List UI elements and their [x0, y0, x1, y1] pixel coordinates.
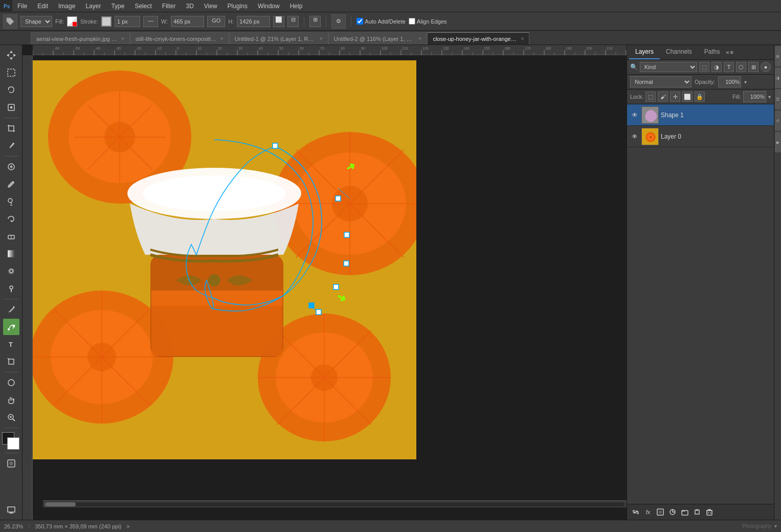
align-edges-checkbox[interactable]: Align Edges: [409, 18, 447, 25]
properties-panel-btn[interactable]: ⊞: [775, 46, 781, 66]
path-arrangement-btn[interactable]: ⊞: [309, 16, 321, 27]
filter-shape-btn[interactable]: ⬡: [736, 62, 746, 72]
lock-all-btn[interactable]: 🔒: [695, 92, 705, 102]
tab-3[interactable]: Untitled-2 @ 116% (Layer 1, RGB/8... ×: [328, 32, 428, 45]
tab-4[interactable]: close-up-honey-jar-with-orange-slices.jp…: [427, 32, 529, 45]
menu-select[interactable]: Select: [129, 2, 157, 11]
menu-view[interactable]: View: [199, 2, 222, 11]
filter-type-select[interactable]: Kind Name Effect Mode Attribute Color Sm…: [640, 62, 697, 72]
path-align-btn[interactable]: ⊟: [287, 16, 299, 27]
layer-item-shape1[interactable]: 👁 Shape 1: [627, 104, 774, 126]
libraries-panel-btn[interactable]: ☰: [775, 89, 781, 109]
filter-type-btn[interactable]: T: [724, 62, 734, 72]
paths-tab[interactable]: Paths: [698, 45, 726, 59]
actions-panel-btn[interactable]: ▶: [775, 132, 781, 152]
shape-mode-select[interactable]: Shape Path Pixels: [20, 16, 52, 27]
screen-mode-btn[interactable]: [3, 501, 19, 518]
quick-mask-tool[interactable]: [3, 455, 19, 472]
tab-close-4[interactable]: ×: [521, 36, 524, 41]
lock-position-btn[interactable]: ✛: [670, 92, 680, 102]
auto-add-delete-checkbox[interactable]: Auto Add/Delete: [356, 18, 406, 25]
delete-layer-btn[interactable]: [704, 506, 715, 518]
brush-tool[interactable]: [3, 176, 19, 192]
hand-tool[interactable]: [3, 392, 19, 408]
blur-tool[interactable]: [3, 263, 19, 279]
shape-tool[interactable]: [3, 374, 19, 391]
h-input[interactable]: [237, 16, 270, 27]
stroke-color-box[interactable]: [101, 16, 111, 27]
workspace-chevron[interactable]: ▾: [774, 523, 777, 529]
gradient-tool[interactable]: [3, 246, 19, 262]
menu-type[interactable]: Type: [106, 2, 129, 11]
select-tools[interactable]: [3, 64, 19, 81]
opacity-input[interactable]: [718, 76, 741, 87]
w-input[interactable]: [171, 16, 204, 27]
filter-pixel-btn[interactable]: ⬚: [699, 62, 709, 72]
layer-eye-layer0[interactable]: 👁: [630, 132, 639, 141]
h-scrollbar[interactable]: [43, 500, 627, 507]
object-select-tool[interactable]: [3, 99, 19, 116]
move-tool[interactable]: [3, 47, 19, 63]
type-tool[interactable]: T: [3, 336, 19, 352]
tab-close-1[interactable]: ×: [220, 36, 224, 41]
layers-collapse-btn[interactable]: « ≡: [726, 49, 735, 55]
tab-close-0[interactable]: ×: [121, 36, 124, 41]
h-scroll-thumb[interactable]: [45, 502, 76, 506]
menu-edit[interactable]: Edit: [32, 2, 53, 11]
menu-filter[interactable]: Filter: [157, 2, 181, 11]
crop-tool[interactable]: [3, 120, 19, 137]
fill-chevron[interactable]: ▾: [768, 94, 771, 100]
stroke-options-btn[interactable]: —: [143, 16, 158, 27]
new-layer-btn[interactable]: [691, 506, 703, 518]
link-dimensions-btn[interactable]: GO: [207, 16, 225, 27]
canvas-area[interactable]: // Ruler ticks will be drawn via CSS bac…: [23, 45, 627, 520]
h-scroll-track[interactable]: [45, 502, 624, 506]
adjustments-panel-btn[interactable]: ◑: [775, 68, 781, 88]
tool-preset-picker[interactable]: [3, 14, 17, 29]
menu-3d[interactable]: 3D: [181, 2, 198, 11]
menu-plugins[interactable]: Plugins: [222, 2, 253, 11]
canvas-content[interactable]: ➜ ➜: [33, 55, 627, 507]
new-group-btn[interactable]: [679, 506, 690, 518]
tab-2[interactable]: Untitled-1 @ 21% (Layer 1, RGB/... ×: [229, 32, 328, 45]
menu-file[interactable]: File: [12, 2, 32, 11]
add-style-btn[interactable]: fx: [642, 506, 654, 518]
filter-toggle-btn[interactable]: ●: [761, 62, 771, 72]
channels-tab[interactable]: Channels: [660, 45, 698, 59]
clone-tool[interactable]: [3, 193, 19, 210]
zoom-tool[interactable]: [3, 409, 19, 426]
blend-mode-select[interactable]: Normal Dissolve Multiply Screen Overlay: [630, 76, 691, 87]
pen-freeform-tool[interactable]: [3, 319, 19, 335]
fill-input[interactable]: [743, 91, 766, 102]
tab-0[interactable]: aerial-view-fresh-pumpkin.jpg @ 0,049%..…: [31, 32, 130, 45]
add-adjustment-btn[interactable]: [667, 506, 678, 518]
layer-eye-shape1[interactable]: 👁: [630, 110, 639, 120]
lock-artboard-btn[interactable]: ⬜: [682, 92, 693, 102]
eyedropper-tool[interactable]: [3, 138, 19, 154]
hamburger-menu-icon[interactable]: ≡: [730, 49, 733, 55]
fill-color-box[interactable]: [67, 16, 77, 27]
status-arrow[interactable]: >: [126, 523, 129, 529]
menu-image[interactable]: Image: [53, 2, 80, 11]
gear-icon[interactable]: ⚙: [331, 14, 346, 29]
color-swatch[interactable]: [2, 432, 20, 451]
menu-help[interactable]: Help: [285, 2, 308, 11]
menu-window[interactable]: Window: [253, 2, 285, 11]
lock-transparent-btn[interactable]: ⬚: [645, 92, 656, 102]
filter-adjust-btn[interactable]: ◑: [711, 62, 722, 72]
history-brush-tool[interactable]: [3, 211, 19, 227]
tab-close-2[interactable]: ×: [320, 36, 323, 41]
tab-1[interactable]: still-life-cmyk-toners-composition.jpg @…: [130, 32, 229, 45]
stroke-width-input[interactable]: [115, 16, 140, 27]
history-panel-btn[interactable]: ↺: [775, 110, 781, 131]
spot-heal-tool[interactable]: [3, 159, 19, 175]
layers-list[interactable]: 👁 Shape 1 👁: [627, 104, 774, 504]
layers-tab[interactable]: Layers: [629, 45, 660, 59]
pen-tool[interactable]: [3, 301, 19, 318]
lock-image-btn[interactable]: 🖌: [658, 92, 668, 102]
dodge-tool[interactable]: [3, 280, 19, 297]
path-ops-btn[interactable]: ⬜: [273, 16, 284, 27]
link-layers-btn[interactable]: [630, 506, 641, 518]
lasso-tool[interactable]: [3, 82, 19, 98]
menu-layer[interactable]: Layer: [80, 2, 106, 11]
